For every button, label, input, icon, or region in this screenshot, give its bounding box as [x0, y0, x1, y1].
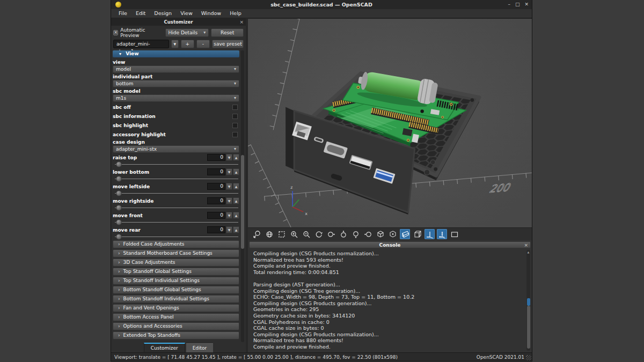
spin-down-button[interactable]: ▼: [226, 226, 232, 233]
spin-up-button[interactable]: ▲: [233, 168, 239, 175]
menu-design[interactable]: Design: [150, 9, 176, 18]
spin-down-button[interactable]: ▼: [226, 168, 232, 175]
slider-handle[interactable]: [116, 234, 122, 240]
automatic-preview-checkbox[interactable]: ×: [113, 30, 118, 35]
customizer-scrollbar[interactable]: [241, 50, 244, 342]
individual-part-select[interactable]: ▾ bottom: [113, 80, 239, 87]
move-rightside-value[interactable]: 0: [207, 197, 225, 204]
show-crosshairs-button[interactable]: [449, 229, 459, 239]
lower-bottom-value[interactable]: 0: [207, 168, 225, 175]
tab-editor[interactable]: Editor: [186, 343, 214, 352]
section-standard-motherboard-case-settings[interactable]: ›Standard Motherboard Case Settings: [113, 249, 239, 257]
section-bottom-standoff-global-settings[interactable]: ›Bottom Standoff Global Settings: [113, 286, 239, 294]
move-rightside-slider[interactable]: [113, 205, 239, 211]
globe-view-button[interactable]: [264, 229, 274, 239]
section-bottom-access-panel[interactable]: ›Bottom Access Panel: [113, 313, 239, 321]
menu-view[interactable]: View: [176, 9, 197, 18]
preset-combobox[interactable]: adapter_mini-stx_m1s: [113, 40, 169, 48]
section-view-header[interactable]: ▾ View: [113, 50, 239, 57]
view-all-button[interactable]: [252, 229, 262, 239]
console-line: Geometry cache size in bytes: 3414120: [253, 313, 524, 319]
customizer-close-icon[interactable]: ×: [239, 19, 244, 25]
zoom-out-button[interactable]: [301, 229, 311, 239]
section-top-standoff-global-settings[interactable]: ›Top Standoff Global Settings: [113, 268, 239, 276]
add-preset-button[interactable]: +: [181, 40, 194, 48]
field-label-sbc-model: sbc model: [113, 88, 239, 94]
sbc-off-checkbox[interactable]: [232, 105, 238, 110]
raise-top-slider[interactable]: [113, 161, 239, 168]
console-scrollbar[interactable]: ▲: [526, 250, 530, 351]
title-bar[interactable]: sbc_case_builder.scad — OpenSCAD – □ ✕: [111, 0, 532, 9]
minimize-button[interactable]: –: [508, 0, 510, 9]
view-select[interactable]: ▾ model: [113, 65, 239, 73]
scrollbar-thumb[interactable]: [241, 155, 244, 249]
spin-up-button[interactable]: ▲: [233, 183, 239, 190]
zoom-frame-button[interactable]: [276, 229, 287, 239]
save-preset-button[interactable]: save preset: [212, 40, 244, 48]
move-front-slider[interactable]: [113, 219, 239, 226]
view-bottom-button[interactable]: [350, 229, 361, 239]
slider-handle[interactable]: [116, 205, 122, 211]
move-leftside-slider[interactable]: [113, 190, 239, 197]
zoom-in-button[interactable]: [289, 229, 299, 239]
sbc-model-select[interactable]: ▾ m1s: [113, 94, 239, 102]
menu-edit[interactable]: Edit: [131, 9, 150, 18]
menu-file[interactable]: File: [114, 9, 131, 18]
scrollbar-thumb[interactable]: [527, 306, 530, 349]
accessory-highlight-checkbox[interactable]: [232, 132, 238, 137]
close-button[interactable]: ✕: [524, 0, 529, 9]
spin-down-button[interactable]: ▼: [226, 183, 232, 190]
view-center-button[interactable]: [387, 229, 398, 239]
case-design-select[interactable]: ▾ adapter_mini-stx: [113, 145, 239, 153]
console-close-icon[interactable]: ×: [524, 242, 528, 248]
move-front-value[interactable]: 0: [207, 212, 225, 219]
section-extended-top-standoffs[interactable]: ›Extended Top Standoffs: [113, 331, 239, 339]
tab-customizer[interactable]: Customizer: [144, 343, 185, 352]
move-rear-value[interactable]: 0: [207, 226, 225, 233]
sbc-highlight-checkbox[interactable]: [232, 123, 238, 128]
spin-up-button[interactable]: ▲: [233, 197, 239, 204]
show-axes-button[interactable]: [425, 229, 435, 239]
section-fan-and-vent-openings[interactable]: ›Fan and Vent Openings: [113, 304, 239, 312]
reset-view-button[interactable]: [313, 229, 324, 239]
reset-button[interactable]: Reset: [211, 28, 244, 37]
lower-bottom-slider[interactable]: [113, 176, 239, 182]
perspective-button[interactable]: [400, 229, 410, 239]
slider-handle[interactable]: [116, 190, 122, 196]
slider-handle[interactable]: [116, 161, 122, 167]
maximize-button[interactable]: □: [515, 0, 520, 9]
console-header[interactable]: Console ×: [249, 241, 531, 248]
remove-preset-button[interactable]: -: [196, 40, 210, 48]
view-diagonal-button[interactable]: [375, 229, 385, 239]
spin-down-button[interactable]: ▼: [226, 154, 232, 161]
scroll-up-icon[interactable]: ▲: [526, 250, 530, 254]
menu-window[interactable]: Window: [197, 9, 225, 18]
bottom-tabs: Customizer Editor: [111, 343, 246, 352]
orthogonal-button[interactable]: [412, 229, 422, 239]
show-scale-markers-button[interactable]: [437, 229, 447, 239]
slider-handle[interactable]: [116, 176, 122, 182]
preset-dropdown-button[interactable]: ▾: [171, 40, 179, 48]
view-top-button[interactable]: [338, 229, 348, 239]
section-bottom-standoff-individual-settings[interactable]: ›Bottom Standoff Individual Settings: [113, 295, 239, 303]
spin-down-button[interactable]: ▼: [226, 197, 232, 204]
section-options-and-accessories[interactable]: ›Options and Accessories: [113, 322, 239, 330]
section-3d-case-adjustments[interactable]: ›3D Case Adjustments: [113, 258, 239, 267]
sbc-information-checkbox[interactable]: [232, 114, 238, 119]
view-left-button[interactable]: [363, 229, 373, 239]
3d-viewport[interactable]: 200 z x: [248, 18, 532, 227]
raise-top-value[interactable]: 0: [207, 154, 225, 161]
view-right-button[interactable]: [326, 229, 336, 239]
spin-up-button[interactable]: ▲: [233, 226, 239, 233]
slider-handle[interactable]: [116, 219, 122, 225]
section-top-standoff-individual-settings[interactable]: ›Top Standoff Individual Settings: [113, 277, 239, 285]
spin-down-button[interactable]: ▼: [226, 212, 232, 219]
spin-up-button[interactable]: ▲: [233, 154, 239, 161]
move-leftside-value[interactable]: 0: [207, 183, 225, 190]
spin-up-button[interactable]: ▲: [233, 212, 239, 219]
menu-help[interactable]: Help: [225, 9, 246, 18]
move-rear-slider[interactable]: [113, 234, 239, 240]
resize-grip[interactable]: [526, 355, 531, 360]
section-folded-case-adjustments[interactable]: ›Folded Case Adjustments: [113, 240, 239, 248]
details-dropdown[interactable]: ▾ Hide Details: [165, 28, 209, 37]
